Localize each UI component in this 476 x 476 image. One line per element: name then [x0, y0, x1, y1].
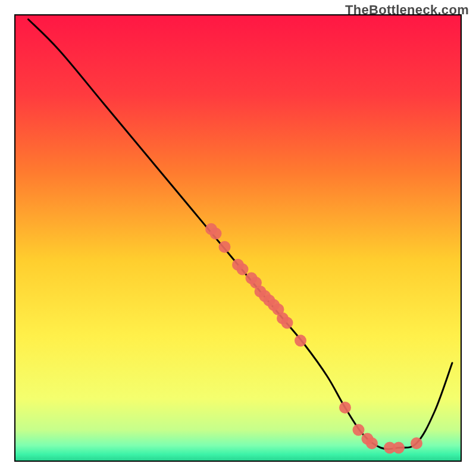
highlighted-point — [210, 228, 222, 240]
highlighted-point — [237, 264, 249, 275]
watermark-label: TheBottleneck.com — [345, 2, 469, 18]
highlighted-point — [393, 442, 405, 454]
highlighted-point — [281, 317, 293, 329]
highlighted-point — [295, 335, 306, 347]
chart-stage: TheBottleneck.com — [0, 0, 476, 476]
plot-background — [15, 15, 461, 461]
bottleneck-chart — [0, 0, 476, 476]
highlighted-point — [219, 241, 231, 253]
highlighted-point — [339, 402, 351, 414]
highlighted-point — [353, 424, 365, 436]
highlighted-point — [366, 437, 378, 449]
highlighted-point — [411, 437, 422, 449]
